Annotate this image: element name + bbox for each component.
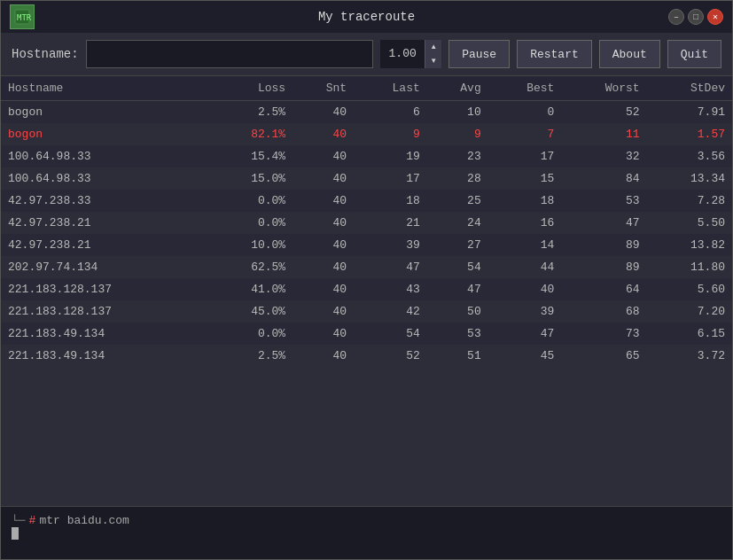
cell-best: 40 [488, 278, 562, 300]
cell-snt: 40 [292, 234, 354, 256]
terminal-hash: # [29, 514, 36, 527]
cell-stdev: 7.28 [647, 190, 732, 212]
toolbar: Hostname: ▲ ▼ Pause Restart About Quit [1, 33, 732, 76]
cell-worst: 73 [561, 323, 646, 345]
cell-loss: 15.4% [207, 145, 292, 167]
cell-last: 47 [354, 256, 427, 278]
cell-best: 16 [488, 212, 562, 234]
cell-best: 15 [488, 167, 562, 190]
cell-avg: 50 [427, 300, 488, 323]
spinner-up-button[interactable]: ▲ [425, 40, 441, 54]
cell-loss: 82.1% [207, 123, 292, 145]
cell-snt: 40 [292, 212, 354, 234]
col-header-snt: Snt [292, 76, 354, 101]
cell-stdev: 1.57 [647, 123, 732, 145]
spinner-value-input[interactable] [380, 40, 425, 68]
cell-snt: 40 [292, 123, 354, 145]
table-row: 100.64.98.3315.4%40192317323.56 [1, 145, 732, 167]
terminal-cursor [12, 527, 19, 540]
restart-button[interactable]: Restart [517, 40, 592, 68]
cell-snt: 40 [292, 256, 354, 278]
interval-spinner: ▲ ▼ [380, 40, 441, 68]
cell-worst: 89 [561, 234, 646, 256]
col-header-hostname: Hostname [1, 76, 207, 101]
table-row: 100.64.98.3315.0%401728158413.34 [1, 167, 732, 190]
cell-stdev: 3.56 [647, 145, 732, 167]
close-button[interactable]: ✕ [707, 9, 723, 25]
cell-hostname: 42.97.238.21 [1, 234, 207, 256]
maximize-button[interactable]: □ [688, 9, 704, 25]
terminal-cursor-line [12, 527, 721, 540]
cell-avg: 47 [427, 278, 488, 300]
cell-snt: 40 [292, 145, 354, 167]
cell-hostname: 42.97.238.33 [1, 190, 207, 212]
cell-last: 9 [354, 123, 427, 145]
cell-last: 39 [354, 234, 427, 256]
cell-stdev: 7.20 [647, 300, 732, 323]
col-header-worst: Worst [561, 76, 646, 101]
pause-button[interactable]: Pause [448, 40, 510, 68]
cell-worst: 64 [561, 278, 646, 300]
cell-last: 19 [354, 145, 427, 167]
cell-avg: 24 [427, 212, 488, 234]
minimize-button[interactable]: – [668, 9, 684, 25]
terminal-line: └─ # mtr baidu.com [12, 514, 721, 527]
cell-best: 18 [488, 190, 562, 212]
quit-button[interactable]: Quit [667, 40, 721, 68]
cell-best: 17 [488, 145, 562, 167]
about-button[interactable]: About [599, 40, 660, 68]
cell-last: 21 [354, 212, 427, 234]
cell-loss: 62.5% [207, 256, 292, 278]
cell-avg: 53 [427, 323, 488, 345]
table-row: 42.97.238.2110.0%403927148913.82 [1, 234, 732, 256]
cell-best: 14 [488, 234, 562, 256]
terminal-area: └─ # mtr baidu.com [1, 506, 732, 559]
cell-hostname: 221.183.49.134 [1, 323, 207, 345]
cell-snt: 40 [292, 278, 354, 300]
table-header-row: Hostname Loss Snt Last Avg Best Worst St… [1, 76, 732, 101]
cell-stdev: 5.50 [647, 212, 732, 234]
cell-worst: 65 [561, 345, 646, 367]
cell-avg: 10 [427, 101, 488, 124]
spinner-down-button[interactable]: ▼ [425, 54, 441, 68]
table-row: 42.97.238.330.0%40182518537.28 [1, 190, 732, 212]
cell-last: 52 [354, 345, 427, 367]
cell-best: 44 [488, 256, 562, 278]
cell-loss: 45.0% [207, 300, 292, 323]
cell-last: 17 [354, 167, 427, 190]
cell-loss: 0.0% [207, 212, 292, 234]
cell-avg: 27 [427, 234, 488, 256]
cell-best: 0 [488, 101, 562, 124]
cell-stdev: 3.72 [647, 345, 732, 367]
cell-snt: 40 [292, 300, 354, 323]
cell-stdev: 5.60 [647, 278, 732, 300]
col-header-loss: Loss [207, 76, 292, 101]
app-logo: MTR [10, 4, 35, 29]
terminal-command: mtr baidu.com [39, 514, 129, 527]
cell-snt: 40 [292, 167, 354, 190]
cell-best: 47 [488, 323, 562, 345]
col-header-stdev: StDev [647, 76, 732, 101]
cell-loss: 2.5% [207, 345, 292, 367]
col-header-avg: Avg [427, 76, 488, 101]
hostname-input[interactable] [86, 40, 374, 68]
window-controls: – □ ✕ [668, 9, 723, 25]
cell-worst: 68 [561, 300, 646, 323]
table-row: bogon2.5%406100527.91 [1, 101, 732, 124]
table-row: 42.97.238.210.0%40212416475.50 [1, 212, 732, 234]
cell-hostname: 42.97.238.21 [1, 212, 207, 234]
cell-worst: 47 [561, 212, 646, 234]
cell-snt: 40 [292, 190, 354, 212]
cell-last: 6 [354, 101, 427, 124]
cell-hostname: 221.183.128.137 [1, 278, 207, 300]
cell-avg: 51 [427, 345, 488, 367]
cell-worst: 52 [561, 101, 646, 124]
window-title: My traceroute [318, 10, 415, 24]
cell-worst: 53 [561, 190, 646, 212]
cell-avg: 23 [427, 145, 488, 167]
cell-last: 18 [354, 190, 427, 212]
table-row: 202.97.74.13462.5%404754448911.80 [1, 256, 732, 278]
cell-avg: 25 [427, 190, 488, 212]
col-header-best: Best [488, 76, 562, 101]
traceroute-table-container: Hostname Loss Snt Last Avg Best Worst St… [1, 76, 732, 506]
